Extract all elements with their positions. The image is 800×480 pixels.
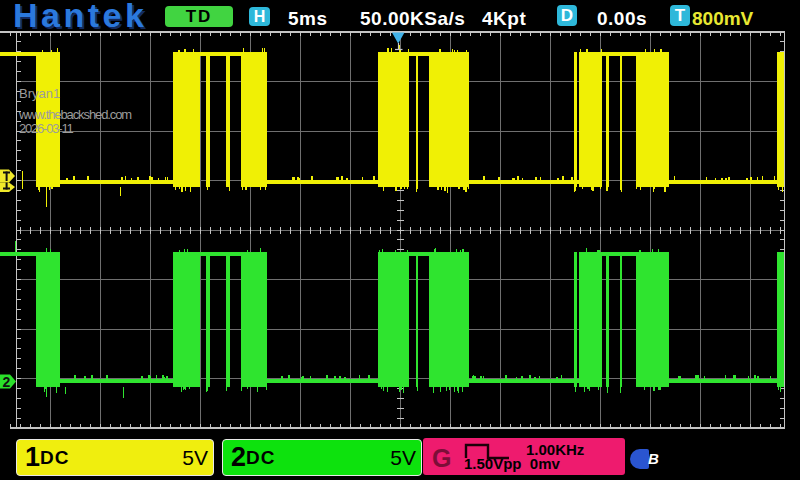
- svg-text:2: 2: [3, 374, 11, 390]
